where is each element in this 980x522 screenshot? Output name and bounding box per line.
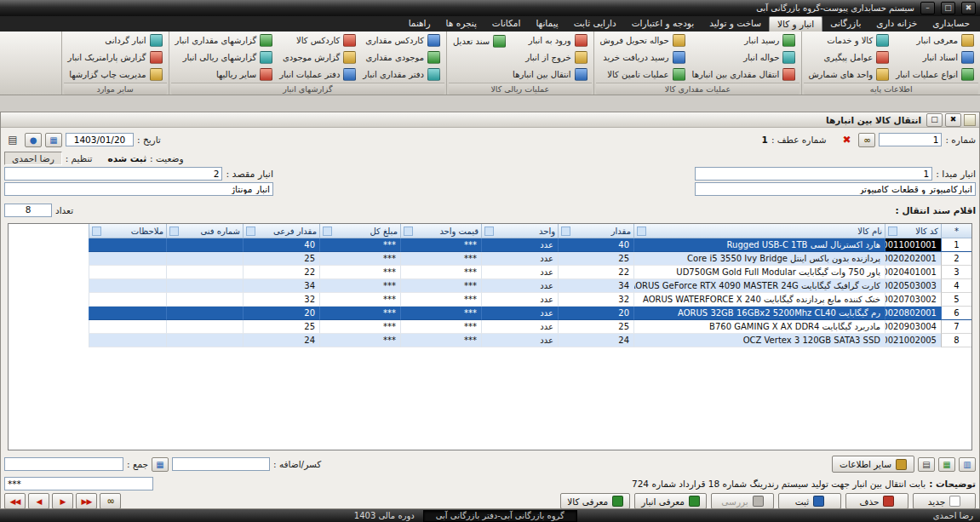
cell-notes[interactable] [89,320,166,334]
table-row[interactable]: 510020703002خنک کننده مایع پردازنده گیگا… [9,293,971,307]
cell-tech_no[interactable] [166,238,243,252]
print-button[interactable]: ▤ [4,133,21,147]
save-button[interactable]: ثبت [778,493,841,509]
delete-button[interactable]: حذف [845,493,908,509]
cell-qty[interactable]: 22 [558,266,633,279]
ribbon-button[interactable]: موجودی مقداری [359,49,444,66]
cell-total[interactable]: *** [319,279,400,293]
cell-price[interactable]: *** [400,307,481,320]
cell-name[interactable]: کارت گرافیک گیگابایت AORUS GeForce RTX 4… [633,279,885,293]
filter-icon[interactable] [404,227,413,236]
menu-item-7[interactable]: پیمانها [528,16,565,32]
filter-icon[interactable] [637,227,646,236]
cell-notes[interactable] [89,307,166,320]
table-row[interactable]: 810021002005OCZ Vertex 3 120GB SATA3 SSD… [9,334,971,347]
menu-item-2[interactable]: بازرگانی [822,16,868,32]
cell-num[interactable]: 5 [941,293,971,307]
menu-item-0[interactable]: حسابداری [925,16,977,32]
ribbon-button[interactable]: معرفی انبار [892,32,977,49]
cell-qty[interactable]: 40 [558,238,633,252]
cell-tech_no[interactable] [166,252,243,266]
cell-tech_no[interactable] [166,307,243,320]
cell-tech_no[interactable] [166,334,243,347]
cell-tech_no[interactable] [166,293,243,307]
cell-code[interactable]: 10020401001 [885,266,941,279]
cell-price[interactable]: *** [400,238,481,252]
ribbon-button[interactable]: خروج از انبار [509,49,591,66]
column-header[interactable]: شماره فنی [166,224,243,238]
cell-num[interactable]: 1 [941,238,971,252]
ribbon-button[interactable]: عوامل پیگیری [805,49,892,66]
prev-record-button[interactable]: ◀ [28,493,49,509]
dialog-maximize-icon[interactable]: □ [926,113,943,127]
ribbon-button[interactable]: کاردکس مقداری [359,32,444,49]
cancel-button[interactable]: ✖ [838,133,855,147]
ribbon-button[interactable]: مدیریت چاپ گزارشها [65,66,166,83]
cell-sub_qty[interactable]: 20 [243,307,319,320]
column-header[interactable]: مبلغ کل [319,224,400,238]
cell-code[interactable]: 10021002005 [885,334,941,347]
cell-name[interactable]: رم گیگابایت AORUS 32GB 16GBx2 5200Mhz CL… [633,307,885,320]
cell-name[interactable]: خنک کننده مایع پردازنده گیگابایت AORUS W… [633,293,885,307]
cell-unit[interactable]: عدد [481,252,558,266]
ribbon-button[interactable]: سایر ریالیها [172,66,277,83]
filter-icon[interactable] [484,227,494,236]
column-header[interactable]: مقدار [558,224,633,238]
ribbon-button[interactable]: گزارش موجودی [276,49,359,66]
cell-sub_qty[interactable]: 25 [243,252,319,266]
column-header[interactable]: قیمت واحد [400,224,481,238]
cell-code[interactable]: 10011001001 [885,238,941,252]
ribbon-button[interactable]: حواله انبار [689,49,799,66]
cell-total[interactable]: *** [319,320,400,334]
cell-sub_qty[interactable]: 34 [243,279,319,293]
export-button[interactable]: ▦ [938,457,955,472]
next-record-button[interactable]: ▶ [52,493,73,509]
filter-icon[interactable] [92,227,101,236]
cell-code[interactable]: 10020202001 [885,252,941,266]
cell-total[interactable]: *** [319,252,400,266]
cell-code[interactable]: 10020802001 [885,307,941,320]
cell-tech_no[interactable] [166,320,243,334]
table-row[interactable]: 610020802001رم گیگابایت AORUS 32GB 16GBx… [9,307,971,320]
menu-item-8[interactable]: امکانات [484,16,529,32]
cell-num[interactable]: 8 [941,334,971,347]
column-header[interactable]: ملاحظات [89,224,166,238]
filter-icon[interactable] [246,227,255,236]
cell-qty[interactable]: 34 [558,279,633,293]
cell-code[interactable]: 10020503003 [885,279,941,293]
search-records-button[interactable]: ∞ [100,493,121,509]
menu-item-10[interactable]: راهنما [401,16,438,32]
layout-button[interactable]: ▥ [959,457,976,472]
cell-sub_qty[interactable]: 24 [243,334,319,347]
cell-code[interactable]: 10020703002 [885,293,941,307]
cell-name[interactable]: پاور 750 وات گیگابایت UD750GM Gold Full … [633,266,885,279]
cell-price[interactable]: *** [400,320,481,334]
cell-name[interactable]: OCZ Vertex 3 120GB SATA3 SSD [633,334,885,347]
cell-num[interactable]: 3 [941,266,971,279]
cell-qty[interactable]: 25 [558,252,633,266]
cell-price[interactable]: *** [400,334,481,347]
cell-num[interactable]: 4 [941,279,971,293]
cell-price[interactable]: *** [400,266,481,279]
cell-qty[interactable]: 32 [558,293,633,307]
cell-price[interactable]: *** [400,293,481,307]
dest-warehouse-name-input[interactable] [4,182,273,196]
ribbon-button[interactable]: دفتر عملیات انبار [276,66,359,83]
column-header[interactable]: نام کالا [633,224,885,238]
ribbon-button[interactable]: کالا و خدمات [805,32,892,49]
cell-tech_no[interactable] [166,279,243,293]
cell-unit[interactable]: عدد [481,320,558,334]
column-header[interactable]: * [941,224,971,238]
cell-notes[interactable] [89,293,166,307]
table-row[interactable]: 410020503003کارت گرافیک گیگابایت AORUS G… [9,279,971,293]
menu-item-6[interactable]: دارایی ثابت [566,16,624,32]
cell-notes[interactable] [89,252,166,266]
cell-sub_qty[interactable]: 22 [243,266,319,279]
ribbon-button[interactable]: واحد های شمارش [805,66,892,83]
source-warehouse-code-input[interactable] [695,167,932,181]
cell-qty[interactable]: 20 [558,307,633,320]
ribbon-button[interactable]: گزارشهای ریالی انبار [172,49,277,66]
ribbon-button[interactable]: کاردکس کالا [276,32,359,49]
cell-price[interactable]: *** [400,279,481,293]
cell-total[interactable]: *** [319,293,400,307]
